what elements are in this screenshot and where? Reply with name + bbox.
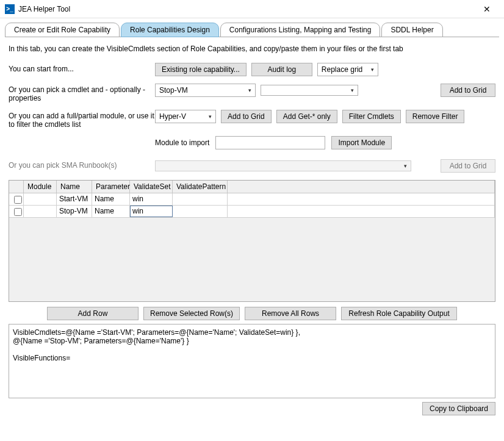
refresh-output-button[interactable]: Refresh Role Capability Output (341, 307, 457, 320)
grid-header-validateset[interactable]: ValidateSet (130, 181, 173, 193)
window-title: JEA Helper Tool (18, 5, 475, 13)
filter-cmdlets-button[interactable]: Filter Cmdlets (342, 110, 401, 123)
existing-role-capability-button[interactable]: Existing role capability... (155, 63, 247, 76)
cell-validateset-editing[interactable]: win (130, 206, 173, 217)
chevron-down-icon: ▾ (404, 163, 407, 169)
table-row[interactable]: Start-VM Name win (9, 193, 495, 206)
replace-grid-value: Replace grid (322, 65, 362, 74)
module-import-label: Module to import (155, 138, 209, 147)
audit-log-button[interactable]: Audit log (251, 63, 312, 76)
cmdlet-property-dropdown[interactable]: ▾ (261, 85, 358, 96)
sma-dropdown: ▾ (155, 160, 411, 171)
module-value: Hyper-V (159, 112, 186, 121)
add-row-button[interactable]: Add Row (47, 307, 139, 320)
cmdlet-dropdown[interactable]: Stop-VM ▾ (155, 84, 256, 97)
cell-spacer (228, 206, 495, 217)
grid-header: Module Name Parameter ValidateSet Valida… (9, 181, 495, 193)
tabstrip: Create or Edit Role Capability Role Capa… (0, 18, 504, 37)
grid-header-name[interactable]: Name (57, 181, 92, 193)
remove-all-rows-button[interactable]: Remove All Rows (245, 307, 336, 320)
tab-role-capabilities-design[interactable]: Role Capabilities Design (121, 23, 219, 37)
grid-header-validatepattern[interactable]: ValidatePattern (173, 181, 228, 193)
cell-parameter[interactable]: Name (92, 206, 130, 217)
pick-cmdlet-label: Or you can pick a cmdlet and - optionall… (9, 84, 155, 102)
grid-header-module[interactable]: Module (24, 181, 57, 193)
module-label: Or you can add a full/partial module, or… (9, 110, 155, 129)
start-from-label: You can start from... (9, 63, 155, 73)
cell-name[interactable]: Start-VM (57, 193, 92, 205)
tab-content: In this tab, you can create the VisibleC… (0, 37, 504, 420)
cell-name[interactable]: Stop-VM (57, 206, 92, 217)
cell-spacer (228, 193, 495, 205)
copy-to-clipboard-button[interactable]: Copy to Clipboard (422, 402, 495, 415)
replace-grid-dropdown[interactable]: Replace grid ▾ (317, 63, 378, 76)
row-checkbox[interactable] (14, 208, 22, 216)
tab-configurations[interactable]: Configurations Listing, Mapping and Test… (220, 23, 381, 37)
cell-validateset[interactable]: win (130, 193, 173, 205)
tab-create-edit[interactable]: Create or Edit Role Capability (5, 23, 120, 37)
grid-header-spacer (228, 181, 495, 193)
sma-label: Or you can pick SMA Runbook(s) (9, 159, 155, 170)
table-row[interactable]: Stop-VM Name win (9, 206, 495, 218)
cell-module[interactable] (24, 193, 57, 205)
chevron-down-icon: ▾ (371, 66, 374, 73)
module-add-get-only-button[interactable]: Add Get-* only (276, 110, 337, 123)
row-checkbox[interactable] (14, 196, 22, 204)
module-add-to-grid-button[interactable]: Add to Grid (221, 110, 272, 123)
intro-text: In this tab, you can create the VisibleC… (9, 45, 495, 53)
titlebar: >_ JEA Helper Tool ✕ (0, 0, 504, 18)
module-dropdown[interactable]: Hyper-V ▾ (155, 110, 216, 123)
cell-validatepattern[interactable] (173, 206, 228, 217)
chevron-down-icon: ▾ (351, 87, 354, 93)
sma-add-to-grid-button: Add to Grid (441, 159, 495, 173)
app-icon: >_ (5, 4, 15, 14)
capability-grid[interactable]: Module Name Parameter ValidateSet Valida… (9, 180, 495, 302)
cmdlet-value: Stop-VM (159, 86, 188, 95)
remove-filter-button[interactable]: Remove Filter (406, 110, 465, 123)
remove-selected-rows-button[interactable]: Remove Selected Row(s) (143, 307, 240, 320)
chevron-down-icon: ▾ (248, 87, 251, 93)
chevron-down-icon: ▾ (209, 113, 212, 120)
cmdlet-add-to-grid-button[interactable]: Add to Grid (441, 84, 495, 97)
cell-validatepattern[interactable] (173, 193, 228, 205)
cell-parameter[interactable]: Name (92, 193, 130, 205)
grid-header-checkbox (9, 181, 24, 193)
import-module-button[interactable]: Import Module (331, 136, 392, 149)
cell-module[interactable] (24, 206, 57, 217)
grid-button-bar: Add Row Remove Selected Row(s) Remove Al… (9, 307, 495, 320)
close-icon[interactable]: ✕ (475, 1, 499, 18)
role-capability-output[interactable]: VisibleCmdlets=@{Name ='Start-VM'; Param… (9, 324, 495, 398)
module-import-input[interactable] (215, 136, 325, 149)
grid-header-parameter[interactable]: Parameter (92, 181, 130, 193)
tab-sddl-helper[interactable]: SDDL Helper (381, 23, 442, 37)
